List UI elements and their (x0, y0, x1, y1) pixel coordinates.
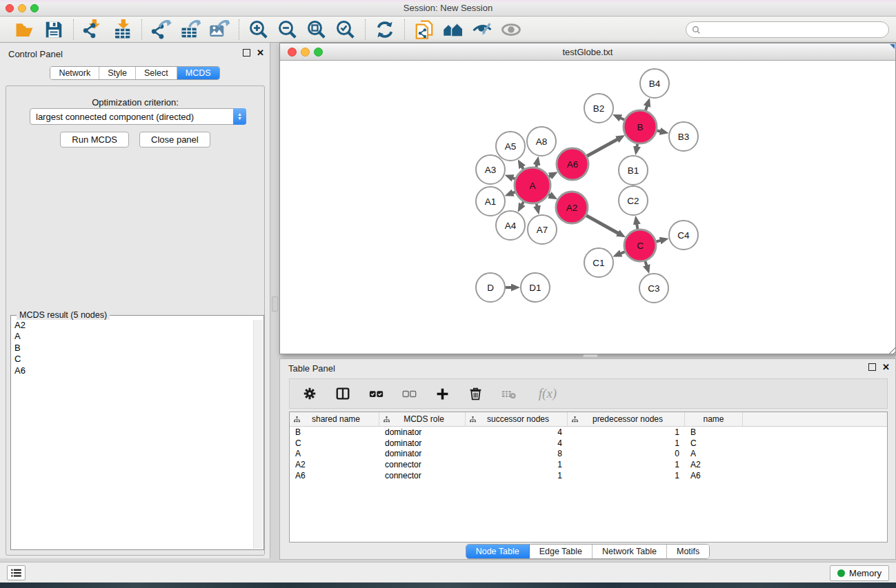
cell-name[interactable]: A2 (685, 460, 743, 469)
column-header-name[interactable]: name (685, 412, 743, 426)
cell-shared-name[interactable]: A (290, 449, 379, 458)
zoom-fit-icon[interactable] (306, 19, 328, 40)
optimization-criterion-dropdown[interactable]: largest connected component (directed) ▲… (30, 108, 246, 125)
cell-successor-nodes[interactable]: 8 (466, 449, 568, 458)
edge-A-A6[interactable] (549, 175, 551, 176)
search-input[interactable] (701, 25, 888, 34)
edge-A-A4[interactable] (521, 202, 524, 205)
zoom-in-icon[interactable] (248, 19, 270, 40)
tab-style[interactable]: Style (99, 67, 136, 79)
vertical-splitter-handle[interactable] (272, 296, 278, 312)
graph-node-A4[interactable]: A4 (496, 211, 525, 240)
table-row[interactable]: A6connector11A6 (290, 470, 887, 481)
search-box[interactable] (686, 21, 889, 38)
result-scrollbar[interactable] (253, 320, 263, 549)
edge-B-B3[interactable] (657, 130, 661, 131)
edge-C-C3[interactable] (645, 261, 647, 267)
horizontal-splitter-handle[interactable] (583, 354, 598, 358)
edge-B-B1[interactable] (637, 144, 637, 148)
split-view-icon[interactable] (334, 385, 352, 403)
cell-name[interactable]: A6 (685, 471, 743, 480)
result-list-item[interactable]: A2 (14, 320, 253, 331)
cell-shared-name[interactable]: A6 (290, 471, 379, 480)
graph-node-D1[interactable]: D1 (521, 273, 550, 302)
table-row[interactable]: A2connector11A2 (290, 459, 887, 470)
cell-predecessor-nodes[interactable]: 1 (568, 427, 685, 437)
edge-C-C1[interactable] (619, 252, 624, 254)
cell-shared-name[interactable]: C (290, 438, 379, 448)
close-panel-icon[interactable]: ✕ (257, 49, 264, 57)
graph-node-B2[interactable]: B2 (584, 94, 613, 123)
result-list-item[interactable]: B (14, 343, 253, 354)
cell-shared-name[interactable]: A2 (290, 460, 379, 469)
edge-A-A8[interactable] (536, 163, 537, 167)
cell-name[interactable]: C (685, 438, 743, 448)
cell-shared-name[interactable]: B (290, 427, 379, 437)
cell-name[interactable]: A (685, 449, 743, 458)
table-row[interactable]: Cdominator41C (290, 438, 887, 449)
network-window-titlebar[interactable]: testGlobe.txt (280, 43, 895, 61)
column-header-successor-nodes[interactable]: successor nodes (466, 412, 568, 426)
node-table[interactable]: shared nameMCDS rolesuccessor nodesprede… (289, 412, 888, 543)
edge-C-C2[interactable] (637, 223, 637, 230)
open-session-icon[interactable] (14, 19, 36, 40)
graph-node-A[interactable]: A (515, 168, 550, 203)
memory-button[interactable]: Memory (830, 565, 889, 581)
result-list-item[interactable]: C (14, 354, 253, 365)
column-header-predecessor-nodes[interactable]: predecessor nodes (568, 412, 685, 426)
home-icon[interactable] (442, 19, 464, 40)
task-history-button[interactable] (7, 565, 26, 580)
cell-MCDS-role[interactable]: connector (379, 471, 466, 480)
save-session-icon[interactable] (43, 19, 65, 40)
table-float-panel-icon[interactable] (868, 363, 876, 371)
edge-C-C4[interactable] (656, 241, 661, 242)
graph-node-A5[interactable]: A5 (496, 132, 525, 161)
tab-select[interactable]: Select (136, 67, 177, 79)
edge-A-A3[interactable] (512, 178, 515, 179)
add-column-icon[interactable] (433, 385, 451, 403)
column-header-shared-name[interactable]: shared name (290, 412, 379, 426)
select-all-icon[interactable] (367, 385, 385, 403)
eye-icon[interactable] (500, 19, 522, 40)
edge-A-A2[interactable] (549, 194, 551, 196)
graph-node-C3[interactable]: C3 (639, 274, 668, 303)
graph-node-A3[interactable]: A3 (476, 155, 505, 184)
tab-network[interactable]: Network (50, 67, 99, 79)
import-table-icon[interactable] (111, 19, 133, 40)
edge-A-A1[interactable] (512, 192, 515, 194)
graph-node-A1[interactable]: A1 (476, 187, 505, 216)
cell-predecessor-nodes[interactable]: 1 (568, 460, 685, 469)
export-image-icon[interactable] (208, 19, 230, 40)
cell-MCDS-role[interactable]: connector (379, 460, 466, 469)
cell-successor-nodes[interactable]: 1 (466, 471, 568, 480)
column-header-MCDS-role[interactable]: MCDS role (379, 412, 466, 426)
edge-A6-B[interactable] (587, 139, 618, 156)
graph-node-C1[interactable]: C1 (584, 248, 613, 277)
table-close-panel-icon[interactable]: ✕ (882, 363, 890, 371)
graph-node-C4[interactable]: C4 (669, 221, 698, 250)
maximize-corner-icon[interactable] (890, 44, 895, 49)
graph-node-B4[interactable]: B4 (640, 69, 669, 98)
export-network-icon[interactable] (150, 19, 172, 40)
mcds-result-list[interactable]: A2ABCA6 (12, 320, 253, 549)
show-hide-panels-icon[interactable] (471, 19, 493, 40)
edge-A-A7[interactable] (537, 203, 537, 207)
run-mcds-button[interactable]: Run MCDS (60, 132, 129, 148)
deselect-all-icon[interactable] (400, 385, 418, 403)
tab-mcds[interactable]: MCDS (177, 67, 219, 79)
tab-network-table[interactable]: Network Table (593, 545, 667, 558)
edge-B-B4[interactable] (646, 105, 648, 110)
table-row[interactable]: Bdominator41B (290, 427, 887, 438)
network-canvas[interactable]: B4B2BB3A8A5A6A3B1AA1C2A2A4A7C4CC1C3DD1 (280, 61, 895, 354)
cell-MCDS-role[interactable]: dominator (379, 427, 466, 437)
graph-node-A8[interactable]: A8 (527, 127, 556, 156)
cell-name[interactable]: B (685, 427, 743, 437)
cell-predecessor-nodes[interactable]: 1 (568, 471, 685, 480)
edge-A2-C[interactable] (586, 216, 619, 234)
graph-node-C[interactable]: C (624, 230, 656, 261)
export-table-icon[interactable] (179, 19, 201, 40)
result-list-item[interactable]: A6 (14, 365, 253, 376)
float-panel-icon[interactable] (243, 49, 250, 57)
copy-network-icon[interactable] (413, 19, 435, 40)
graph-node-B3[interactable]: B3 (669, 122, 698, 151)
